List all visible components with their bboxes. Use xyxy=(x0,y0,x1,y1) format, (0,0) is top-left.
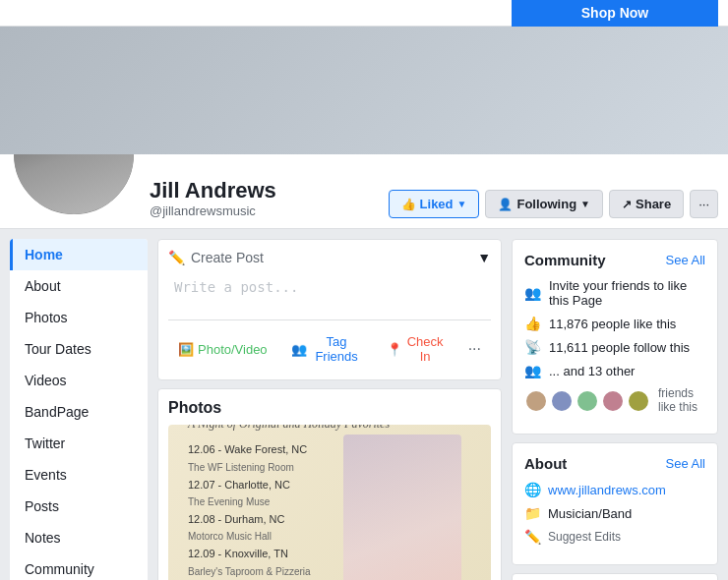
more-post-label: ··· xyxy=(468,340,481,358)
about-header: About See All xyxy=(524,455,705,472)
photo-label: Photo/Video xyxy=(198,342,268,357)
check-in-button[interactable]: 📍 Check In xyxy=(377,328,455,370)
share-button[interactable]: ↗ Share xyxy=(609,190,684,218)
profile-section: Jill Andrews @jillandrewsmusic 👍 Liked ▼… xyxy=(0,154,728,229)
invite-label: Invite your friends to like this Page xyxy=(549,278,705,308)
tag-friends-button[interactable]: 👥 Tag Friends xyxy=(281,328,373,370)
event-dates: 12.06 - Wake Forest, NCThe WF Listening … xyxy=(188,441,311,580)
likes-item: 👍 11,876 people like this xyxy=(524,316,705,331)
create-post-header: ✏️ Create Post ▼ xyxy=(168,250,491,265)
friends-like-text: friends like this xyxy=(658,386,705,414)
post-input[interactable] xyxy=(168,273,491,317)
following-button[interactable]: 👤 Following ▼ xyxy=(485,190,603,218)
sidebar-item-twitter[interactable]: Twitter xyxy=(10,428,148,459)
community-header: Community See All xyxy=(524,252,705,268)
sidebar-item-posts[interactable]: Posts xyxy=(10,491,148,522)
photos-header: Photos xyxy=(168,399,491,417)
main-layout: Home About Photos Tour Dates Videos Band… xyxy=(0,229,728,580)
community-title: Community xyxy=(524,252,606,268)
sidebar-item-community[interactable]: Community xyxy=(10,553,148,580)
tag-label: Tag Friends xyxy=(311,334,363,364)
like-count-icon: 👍 xyxy=(524,316,541,331)
share-icon: ↗ xyxy=(622,198,632,211)
friend-avatar-1 xyxy=(524,389,548,413)
share-label: Share xyxy=(636,197,671,211)
related-pages-box: Related Pages The Secret Sisters ✓ Music… xyxy=(512,573,718,580)
about-suggest: ✏️ Suggest Edits xyxy=(524,529,705,545)
friend-avatars xyxy=(524,389,650,413)
category-text: Musician/Band xyxy=(548,506,632,521)
create-post-label: Create Post xyxy=(191,250,264,265)
friends-and-others: ... and 13 other xyxy=(549,364,635,378)
flyer-portrait xyxy=(343,435,461,580)
top-bar: Shop Now xyxy=(0,0,728,27)
pencil-icon: ✏️ xyxy=(168,250,185,265)
edit-icon: ✏️ xyxy=(524,529,540,545)
person-icon: 👤 xyxy=(498,198,513,211)
sidebar-item-home[interactable]: Home xyxy=(10,239,148,270)
friend-avatar-2 xyxy=(550,389,574,413)
friends-like-label: friends like this xyxy=(524,386,705,414)
sidebar-item-events[interactable]: Events xyxy=(10,459,148,491)
cover-photo xyxy=(0,27,728,154)
invite-icon: 👥 xyxy=(524,285,541,301)
suggest-edits-link[interactable]: Suggest Edits xyxy=(548,530,621,544)
sidebar-item-about[interactable]: About xyxy=(10,270,148,302)
profile-name: Jill Andrews xyxy=(150,178,389,203)
friends-item: 👥 ... and 13 other xyxy=(524,363,705,378)
liked-label: Liked xyxy=(420,197,454,211)
more-post-actions-button[interactable]: ··· xyxy=(458,334,491,364)
follow-icon: 📡 xyxy=(524,339,541,355)
about-title: About xyxy=(524,455,567,472)
right-sidebar: Community See All 👥 Invite your friends … xyxy=(512,239,718,580)
event-flyer[interactable]: An Evening with Jill Andrews A Night of … xyxy=(168,425,491,580)
post-actions: 🖼️ Photo/Video 👥 Tag Friends 📍 Check In … xyxy=(168,319,491,370)
invite-item[interactable]: 👥 Invite your friends to like this Page xyxy=(524,278,705,308)
center-content: ✏️ Create Post ▼ 🖼️ Photo/Video 👥 Tag Fr… xyxy=(157,239,502,580)
photos-section: Photos An Evening with Jill Andrews A Ni… xyxy=(157,388,502,580)
left-sidebar: Home About Photos Tour Dates Videos Band… xyxy=(10,239,148,580)
friends-icon: 👥 xyxy=(524,363,541,378)
folder-icon: 📁 xyxy=(524,505,540,521)
event-date-2: 12.07 - Charlotte, NCThe Evening Muse xyxy=(188,477,311,511)
caret-icon2: ▼ xyxy=(580,199,590,209)
sidebar-item-videos[interactable]: Videos xyxy=(10,365,148,396)
friend-avatar-5 xyxy=(627,389,650,413)
community-see-all[interactable]: See All xyxy=(666,253,705,267)
sidebar-item-tour-dates[interactable]: Tour Dates xyxy=(10,333,148,365)
following-label: Following xyxy=(516,197,576,211)
event-date-4: 12.09 - Knoxville, TNBarley's Taproom & … xyxy=(188,546,311,580)
location-icon: 📍 xyxy=(387,342,402,357)
likes-count: 11,876 people like this xyxy=(549,317,676,331)
sidebar-item-bandpage[interactable]: BandPage xyxy=(10,396,148,428)
photo-icon: 🖼️ xyxy=(178,342,194,357)
photo-video-button[interactable]: 🖼️ Photo/Video xyxy=(168,336,277,363)
thumbs-up-icon: 👍 xyxy=(401,198,416,211)
globe-icon: 🌐 xyxy=(524,482,540,497)
profile-handle: @jillandrewsmusic xyxy=(150,203,389,218)
caret-icon: ▼ xyxy=(457,199,467,209)
event-date-1: 12.06 - Wake Forest, NCThe WF Listening … xyxy=(188,441,311,476)
cover-area xyxy=(0,27,728,154)
follows-item: 📡 11,611 people follow this xyxy=(524,339,705,355)
about-website: 🌐 www.jillandrews.com xyxy=(524,482,705,497)
profile-actions: 👍 Liked ▼ 👤 Following ▼ ↗ Share ··· xyxy=(389,190,718,218)
create-post-box: ✏️ Create Post ▼ 🖼️ Photo/Video 👥 Tag Fr… xyxy=(157,239,502,380)
shop-now-button[interactable]: Shop Now xyxy=(512,0,718,27)
community-box: Community See All 👥 Invite your friends … xyxy=(512,239,718,435)
event-date-3: 12.08 - Durham, NCMotorco Music Hall xyxy=(188,511,311,546)
liked-button[interactable]: 👍 Liked ▼ xyxy=(389,190,480,218)
create-post-title: ✏️ Create Post xyxy=(168,250,264,265)
sidebar-item-photos[interactable]: Photos xyxy=(10,302,148,333)
more-button[interactable]: ··· xyxy=(690,190,718,218)
about-category: 📁 Musician/Band xyxy=(524,505,705,521)
sidebar-item-notes[interactable]: Notes xyxy=(10,522,148,553)
nav-menu: Home About Photos Tour Dates Videos Band… xyxy=(10,239,148,580)
website-link[interactable]: www.jillandrews.com xyxy=(548,483,666,497)
create-post-chevron: ▼ xyxy=(477,250,491,265)
about-box: About See All 🌐 www.jillandrews.com 📁 Mu… xyxy=(512,442,718,565)
about-see-all[interactable]: See All xyxy=(666,456,705,471)
follows-count: 11,611 people follow this xyxy=(549,340,690,355)
friend-avatar-4 xyxy=(601,389,625,413)
event-flyer-subtitle: A Night of Original and Holiday Favorite… xyxy=(188,425,390,432)
